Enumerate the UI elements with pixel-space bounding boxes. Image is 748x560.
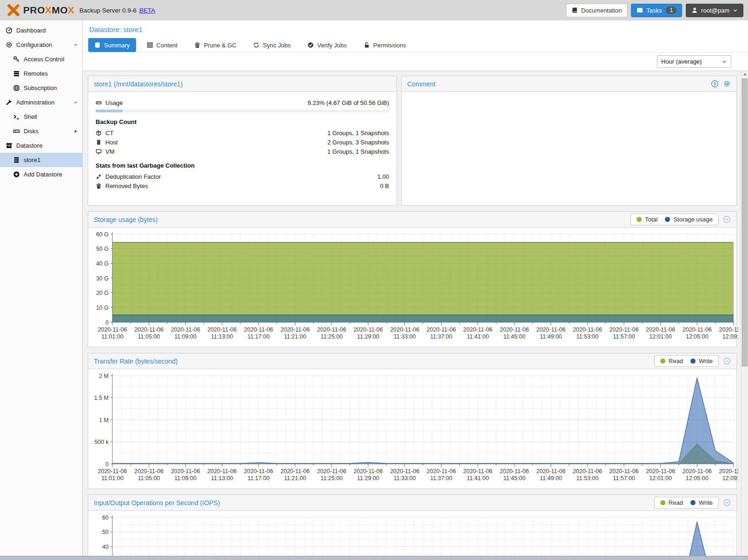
user-menu-button[interactable]: root@pam [686,4,743,17]
svg-text:30 G: 30 G [96,275,109,282]
terminal-icon [13,113,20,120]
chart-plot-area: 01020304050602020-11-0611:01:002020-11-0… [88,511,736,560]
svg-text:10 G: 10 G [96,305,109,311]
time-range-select[interactable]: Hour (average) [657,55,731,68]
usage-value: 9.23% (4.67 GiB of 50.56 GiB) [307,99,389,106]
gears-icon [6,41,13,48]
minus-circle-icon[interactable] [723,499,731,507]
chart-title: Input/Output Operations per Second (IOPS… [94,499,220,507]
legend-dot [660,500,665,505]
chart-plot-area: 010 G20 G30 G40 G50 G60 G2020-11-0611:01… [88,228,736,347]
scrollbar-thumb[interactable] [742,78,748,366]
svg-text:2020-11-0611:53:00: 2020-11-0611:53:00 [573,326,602,340]
legend-item-write[interactable]: Write [690,358,713,365]
tab-content[interactable]: Content [141,38,184,52]
svg-text:2020-11-0611:49:00: 2020-11-0611:49:00 [536,468,566,482]
legend-dot [690,358,696,364]
usage-progressbar [96,110,389,112]
svg-text:2020-11-0612:01:00: 2020-11-0612:01:00 [646,468,675,482]
svg-text:2020-11-0612:05:00: 2020-11-0612:05:00 [683,468,712,482]
vertical-scrollbar[interactable] [741,71,748,560]
svg-text:2020-11-0611:45:00: 2020-11-0611:45:00 [500,326,529,340]
minus-circle-icon[interactable] [723,357,731,365]
cube-icon [96,130,102,136]
svg-text:2020-11-0611:21:00: 2020-11-0611:21:00 [280,326,310,340]
svg-text:2020-11-0611:09:00: 2020-11-0611:09:00 [171,326,200,340]
gear-icon[interactable] [723,80,731,88]
svg-text:2020-11-0611:25:00: 2020-11-0611:25:00 [317,468,346,482]
sidebar-item-configuration[interactable]: Configuration [0,38,82,52]
svg-text:2020-11-0611:13:00: 2020-11-0611:13:00 [208,326,237,340]
trash-icon [194,42,201,48]
scroll-up-arrow-icon[interactable] [743,72,747,77]
sidebar-item-datastore[interactable]: Datastore [0,138,82,153]
legend-item-read[interactable]: Read [660,358,683,365]
usage-row: Usage 9.23% (4.67 GiB of 50.56 GiB) [96,98,389,107]
tab-summary[interactable]: Summary [88,38,136,52]
sync-icon [253,42,260,48]
window-bottom-edge [0,556,748,560]
sidebar-item-store1[interactable]: store1 [0,153,82,167]
svg-text:2020-11-0611:33:00: 2020-11-0611:33:00 [390,468,419,482]
tab-sync-jobs[interactable]: Sync Jobs [247,38,297,52]
svg-text:2020-11-0611:17:00: 2020-11-0611:17:00 [244,468,273,482]
sidebar-item-dashboard[interactable]: Dashboard [0,23,82,38]
sidebar-item-administration[interactable]: Administration [0,95,82,110]
database-icon [13,156,20,163]
sidebar-item-remotes[interactable]: Remotes [0,66,82,81]
logo-text: PROXMOX [23,5,75,16]
iops-chart-panel: Input/Output Operations per Second (IOPS… [88,495,737,560]
comment-body[interactable] [402,92,736,205]
tab-bar: SummaryContentPrune & GCSync JobsVerify … [83,38,748,52]
svg-text:1.5 M: 1.5 M [94,395,109,401]
legend-item-storage-usage[interactable]: Storage usage [665,216,713,223]
comment-panel: Comment [401,76,737,206]
trash-icon [96,183,102,189]
expand-circle-icon[interactable] [711,80,719,88]
svg-text:60: 60 [102,514,109,521]
svg-text:2020-11-0611:01:00: 2020-11-0611:01:00 [98,326,127,340]
storage-chart-panel: Storage usage (bytes)TotalStorage usage0… [88,211,737,347]
user-icon [691,7,698,13]
legend-dot [665,217,670,222]
sidebar-item-shell[interactable]: Shell [0,110,82,124]
svg-text:60 G: 60 G [96,231,109,238]
minus-circle-icon[interactable] [723,215,731,223]
svg-text:2020-11-0611:29:00: 2020-11-0611:29:00 [353,326,383,340]
panel-title: store1 (/mnt/datastores/store1) [94,80,182,88]
svg-text:20 G: 20 G [96,290,109,296]
sidebar-item-subscription[interactable]: Subscription [0,81,82,95]
unlock-icon [364,42,370,48]
chart-title: Storage usage (bytes) [94,216,158,223]
archive-icon [6,142,13,149]
caret-right-icon [73,129,78,134]
svg-text:2020-11-0611:01:00: 2020-11-0611:01:00 [98,468,127,482]
tab-verify-jobs[interactable]: Verify Jobs [301,38,353,52]
sidebar-item-access-control[interactable]: Access Control [0,52,82,66]
hdd-icon [96,100,102,106]
tasks-button[interactable]: Tasks 1 [631,4,682,17]
svg-text:40 G: 40 G [96,260,109,267]
legend-item-write[interactable]: Write [690,499,713,506]
sidebar-item-add-datastore[interactable]: Add Datastore [0,167,82,182]
legend-dot [660,358,665,364]
backup-count-row-vm: VM1 Groups, 1 Snapshots [96,147,389,156]
tab-prune-gc[interactable]: Prune & GC [188,38,242,52]
tab-permissions[interactable]: Permissions [358,38,412,52]
svg-text:40: 40 [102,544,109,550]
svg-text:2020-11-0611:09:00: 2020-11-0611:09:00 [171,468,200,482]
hdd-icon [13,128,20,135]
chart-legend: ReadWrite [654,355,719,367]
gc-row-removed-bytes: Removed Bytes0 B [96,181,389,190]
chart-title: Transfer Rate (bytes/second) [94,358,178,365]
beta-link[interactable]: BETA [139,7,155,14]
book-icon [94,42,101,48]
legend-item-total[interactable]: Total [637,216,657,223]
compress-icon [96,174,102,180]
legend-item-read[interactable]: Read [660,499,683,506]
sidebar-item-label: Remotes [24,70,48,77]
documentation-button[interactable]: Documentation [566,4,627,17]
grid-icon [147,42,153,48]
sidebar-item-disks[interactable]: Disks [0,124,82,138]
building-icon [96,139,102,145]
